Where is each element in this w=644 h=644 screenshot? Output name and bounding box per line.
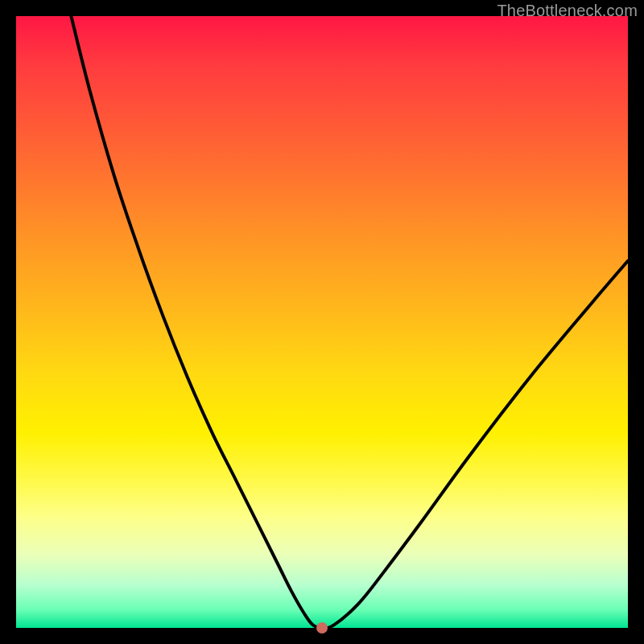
chart-frame: TheBottleneck.com bbox=[0, 0, 644, 644]
watermark-text: TheBottleneck.com bbox=[497, 2, 638, 20]
min-point-marker bbox=[316, 622, 328, 634]
curve-layer bbox=[16, 16, 628, 628]
bottleneck-curve bbox=[71, 16, 628, 628]
